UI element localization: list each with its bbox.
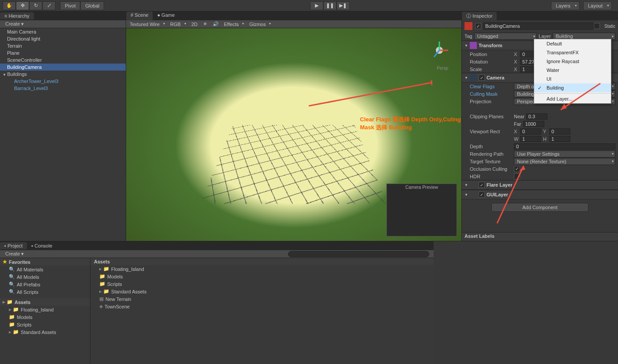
rendering-path-dropdown[interactable]: Use Player Settings (514, 150, 615, 158)
effects-dropdown[interactable]: Effects (224, 22, 244, 27)
tree-standard-assets[interactable]: ▸ 📁Standard Assets (0, 328, 90, 336)
inspector-tab[interactable]: ⓘ Inspector (462, 12, 497, 20)
gizmos-dropdown[interactable]: Gizmos (249, 22, 271, 27)
light-icon[interactable]: ☀ (203, 21, 207, 27)
add-component-button[interactable]: Add Component (491, 203, 588, 212)
scale-tool[interactable]: ⤢ (42, 1, 56, 10)
orientation-gizmo[interactable] (426, 37, 453, 64)
layers-dropdown[interactable]: Layers (551, 1, 580, 10)
render-mode-dropdown[interactable]: Textured Wire (130, 22, 165, 27)
gui-layer-header[interactable]: GUILayer (462, 190, 618, 199)
asset-floating-island[interactable]: ▸ 📁Floating_Island (90, 265, 434, 273)
asset-new-terrain[interactable]: ▦New Terrain (90, 295, 434, 303)
asset-models[interactable]: 📁Models (90, 273, 434, 280)
project-panel: ▪ Project ▪ Console Create ▾ ★Favorites … (0, 241, 434, 364)
layer-ui[interactable]: UI (534, 75, 611, 83)
fav-scripts[interactable]: 🔍All Scripts (0, 288, 90, 296)
move-tool[interactable]: ✥ (16, 1, 29, 10)
project-search[interactable] (288, 251, 429, 257)
rgb-dropdown[interactable]: RGB (170, 22, 186, 27)
active-checkbox[interactable] (475, 23, 481, 29)
folder-icon: ▸ 📁 (3, 299, 13, 305)
hierarchy-create[interactable]: Create ▾ (2, 21, 27, 27)
layer-add[interactable]: Add Layer... (534, 94, 611, 103)
camera-preview: Camera Preview (386, 184, 457, 236)
pivot-button[interactable]: Pivot (60, 1, 80, 10)
console-tab[interactable]: ▪ Console (27, 242, 56, 249)
flare-layer-header[interactable]: Flare Layer (462, 180, 618, 190)
far-field[interactable] (523, 121, 544, 127)
layer-building[interactable]: Building (534, 83, 611, 92)
tree-models[interactable]: 📁Models (0, 313, 90, 321)
step-button[interactable]: ▶❚ (337, 1, 350, 10)
hierarchy-panel: ≡ Hierarchy Create ▾ Main Camera Directi… (0, 11, 126, 241)
2d-toggle[interactable]: 2D (191, 22, 198, 27)
occlusion-checkbox[interactable] (514, 166, 520, 172)
pause-button[interactable]: ❚❚ (323, 1, 337, 10)
project-create[interactable]: Create ▾ (2, 251, 27, 257)
camera-enable[interactable] (479, 75, 485, 81)
audio-icon[interactable]: 🔊 (213, 21, 219, 27)
layer-ignore-raycast[interactable]: Ignore Raycast (534, 57, 611, 66)
hier-terrain[interactable]: Terrain (0, 42, 126, 49)
hier-scene-controller[interactable]: SceneController (0, 56, 126, 64)
tag-dropdown[interactable]: Untagged (474, 33, 537, 40)
asset-labels: Asset Labels (462, 232, 618, 241)
hier-main-camera[interactable]: Main Camera (0, 28, 126, 35)
clear-flags-label: Clear Flags (470, 84, 514, 89)
hier-plane[interactable]: Plane (0, 49, 126, 56)
game-tab[interactable]: ● Game (153, 11, 179, 20)
fav-prefabs[interactable]: 🔍All Prefabs (0, 281, 90, 288)
tree-scripts[interactable]: 📁Scripts (0, 321, 90, 328)
asset-town-scene[interactable]: ◈TownScene (90, 303, 434, 310)
viewport-label: Viewport Rect (470, 129, 514, 134)
asset-standard-assets[interactable]: ▸ 📁Standard Assets (90, 288, 434, 295)
fav-materials[interactable]: 🔍All Materials (0, 266, 90, 273)
vp-y[interactable] (549, 128, 570, 135)
projection-label: Projection (470, 99, 514, 104)
scene-viewport[interactable]: Persp Clear Flags 要选择 Depth Only,Culing … (126, 28, 461, 241)
hierarchy-tab[interactable]: ≡ Hierarchy (0, 12, 34, 19)
folder-icon: 📁 (99, 281, 105, 287)
static-label: Static (604, 24, 615, 29)
hier-building-camera[interactable]: BuildingCamera (0, 64, 126, 71)
layout-dropdown[interactable]: Layout (583, 1, 612, 10)
layer-transparentfx[interactable]: TransparentFX (534, 48, 611, 57)
folder-icon: ▸ 📁 (99, 266, 109, 272)
scene-tab[interactable]: # Scene (126, 11, 153, 20)
layer-water[interactable]: Water (534, 66, 611, 75)
culling-mask-label: Culling Mask (470, 91, 514, 97)
assets-label: Assets (15, 300, 30, 305)
position-label: Position (470, 52, 514, 57)
hier-archer-tower[interactable]: ArcherTower_Level3 (0, 78, 126, 85)
folder-icon: 📁 (99, 274, 105, 279)
object-name-field[interactable] (483, 23, 594, 30)
project-tab[interactable]: ▪ Project (0, 242, 27, 249)
favorites-label: Favorites (9, 259, 30, 265)
hand-tool[interactable]: ✋ (3, 1, 16, 10)
rotate-tool[interactable]: ↻ (29, 1, 42, 10)
vp-x[interactable] (520, 128, 541, 135)
layer-default[interactable]: Default (534, 39, 611, 48)
target-texture-label: Target Texture (470, 159, 514, 164)
near-field[interactable] (526, 113, 547, 120)
folder-icon: 📁 (9, 314, 15, 320)
hdr-checkbox[interactable] (514, 173, 520, 180)
play-button[interactable]: ▶ (310, 1, 323, 10)
global-button[interactable]: Global (80, 1, 104, 10)
flare-enable[interactable] (479, 182, 485, 188)
fav-models[interactable]: 🔍All Models (0, 273, 90, 281)
asset-scripts[interactable]: 📁Scripts (90, 280, 434, 288)
tree-floating-island[interactable]: ▸ 📁Floating_Island (0, 306, 90, 313)
folder-icon: 📁 (9, 322, 15, 327)
hier-barrack[interactable]: Barrack_Level3 (0, 85, 126, 92)
static-checkbox[interactable] (594, 23, 600, 29)
depth-field[interactable] (514, 143, 615, 150)
vp-w[interactable] (520, 136, 541, 142)
vp-h[interactable] (549, 136, 570, 142)
hier-directional-light[interactable]: Directional light (0, 35, 126, 42)
gui-enable[interactable] (479, 191, 485, 198)
hier-buildings[interactable]: Buildings (0, 71, 126, 78)
layer-label: Layer (539, 34, 551, 39)
target-texture-field[interactable]: None (Render Texture) (514, 158, 615, 165)
